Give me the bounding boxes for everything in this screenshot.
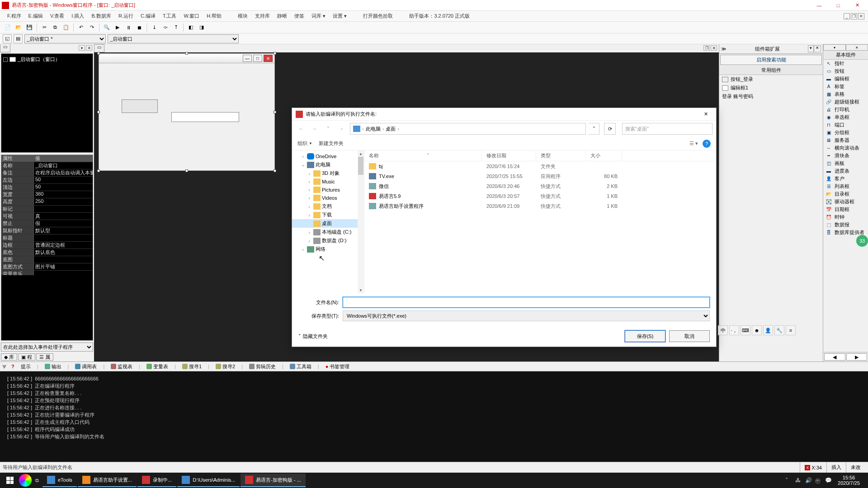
file-row[interactable]: 易语言助手设置程序2020/6/9 21:09快捷方式1 KB bbox=[364, 201, 716, 211]
tree-tab[interactable]: ▭ bbox=[0, 44, 10, 52]
lib-tab-prog[interactable]: ▣ 程 bbox=[18, 353, 35, 361]
design-editbox[interactable] bbox=[171, 112, 239, 122]
menu-support[interactable]: 支持库 bbox=[251, 13, 274, 19]
prop-row[interactable]: 顶边50 bbox=[1, 184, 93, 191]
object-combo-1[interactable]: _启动窗口 * bbox=[24, 34, 106, 43]
tree-expand-icon[interactable]: › bbox=[307, 195, 312, 201]
tree-expand-icon[interactable]: › bbox=[307, 204, 312, 209]
palette-item[interactable]: 📅日期框 bbox=[823, 206, 868, 213]
tb-find-icon[interactable]: 🔍 bbox=[102, 23, 112, 33]
cancel-button[interactable]: 取消 bbox=[669, 330, 710, 342]
folder-tree-item[interactable]: ›Music bbox=[292, 178, 364, 186]
object-combo-2[interactable]: _启动窗口 bbox=[108, 34, 239, 43]
resize-handle-nw[interactable] bbox=[97, 52, 100, 55]
combo-btn2[interactable]: ▤ bbox=[14, 34, 23, 43]
folder-tree-item[interactable]: ›文档 bbox=[292, 202, 364, 211]
palette-scroll-right[interactable]: ▶ bbox=[846, 353, 868, 361]
dialog-folder-tree[interactable]: ›OneDrive⌄此电脑›3D 对象›Music›Pictures›Video… bbox=[292, 150, 364, 293]
palette-item[interactable]: 📂目录框 bbox=[823, 190, 868, 198]
palette-item[interactable]: 🖥服务器 bbox=[823, 136, 868, 144]
folder-tree-item[interactable]: ›Pictures bbox=[292, 186, 364, 194]
enable-search-button[interactable]: 启用搜索功能 bbox=[720, 55, 822, 65]
resize-handle-e[interactable] bbox=[274, 111, 276, 113]
folder-tree-item[interactable]: ›3D 对象 bbox=[292, 169, 364, 178]
palette-min-icon[interactable]: ▾ bbox=[823, 44, 846, 51]
close-button[interactable]: ✕ bbox=[848, 1, 866, 10]
resize-handle-ne[interactable] bbox=[274, 52, 276, 55]
tree-root-item[interactable]: - _启动窗口（窗口） bbox=[3, 56, 91, 63]
folder-tree-item[interactable]: ⌄此电脑 bbox=[292, 160, 364, 169]
tb-step-icon[interactable]: ⤓ bbox=[149, 23, 159, 33]
tray-ime-icon[interactable]: ㊥ bbox=[815, 477, 821, 483]
tb-misc1-icon[interactable]: ◧ bbox=[186, 23, 196, 33]
cortana-circle-icon[interactable] bbox=[19, 474, 32, 487]
nav-dropdown-button[interactable]: ˅ bbox=[323, 123, 334, 134]
dialog-close-button[interactable]: ✕ bbox=[699, 110, 712, 119]
prop-row[interactable]: 背景音乐 bbox=[1, 271, 93, 275]
center-restore-icon[interactable]: ❐ bbox=[703, 45, 710, 51]
lib-tab-prop[interactable]: ☰ 属 bbox=[36, 353, 53, 361]
palette-item[interactable]: 🖨打印机 bbox=[823, 106, 868, 113]
resize-handle-n[interactable] bbox=[185, 52, 188, 55]
menu-program[interactable]: F.程序 bbox=[4, 13, 25, 19]
tb-cut-icon[interactable]: ✂ bbox=[39, 23, 49, 33]
folder-tree-item[interactable]: ›OneDrive bbox=[292, 152, 364, 160]
menu-insert[interactable]: I.插入 bbox=[68, 13, 88, 19]
tree-expand-icon[interactable]: › bbox=[307, 171, 312, 176]
file-row[interactable]: bj2020/7/6 15:24文件夹 bbox=[364, 161, 716, 171]
rp-close-icon[interactable]: ✕ bbox=[814, 45, 821, 52]
rp-min-icon[interactable]: ▾ bbox=[808, 45, 814, 52]
taskbar-item[interactable]: 录制中... bbox=[137, 474, 176, 487]
design-min-icon[interactable]: — bbox=[243, 55, 252, 62]
tb-copy-icon[interactable]: ⧉ bbox=[50, 23, 60, 33]
tray-net-icon[interactable]: 🖧 bbox=[795, 477, 802, 483]
palette-scroll-left[interactable]: ◀ bbox=[824, 353, 845, 361]
leftpanel-close-icon[interactable]: ✕ bbox=[86, 45, 92, 51]
ime-zh-icon[interactable]: 中 bbox=[718, 325, 728, 335]
prop-row[interactable]: 名称_启动窗口 bbox=[1, 162, 93, 169]
menu-view[interactable]: V.查看 bbox=[47, 13, 68, 19]
tb-undo-icon[interactable]: ↶ bbox=[76, 23, 86, 33]
menu-static[interactable]: 静晰 bbox=[274, 13, 291, 19]
organize-button[interactable]: 组织 ▼ bbox=[297, 140, 312, 147]
palette-item[interactable]: ☰列表框 bbox=[823, 183, 868, 190]
menu-database[interactable]: B.数据库 bbox=[88, 13, 114, 19]
palette-item[interactable]: ⬚数据报 bbox=[823, 221, 868, 229]
design-form[interactable]: — □ ✕ bbox=[99, 53, 275, 171]
palette-close-icon[interactable]: ✕ bbox=[846, 44, 868, 51]
taskbar-item[interactable]: 易语言助手设置... bbox=[78, 474, 137, 487]
tab-hint[interactable]: 提示 bbox=[19, 363, 33, 370]
taskview-icon[interactable]: ⧉ bbox=[33, 478, 42, 483]
ime-punct-icon[interactable]: ·， bbox=[729, 325, 739, 335]
col-type[interactable]: 类型 bbox=[536, 150, 586, 161]
palette-item[interactable]: ◉单选框 bbox=[823, 113, 868, 121]
prop-row[interactable]: 宽度380 bbox=[1, 191, 93, 198]
filename-input[interactable] bbox=[343, 297, 709, 307]
tb-pause-icon[interactable]: ⏸ bbox=[123, 23, 133, 33]
tree-expand-icon[interactable]: › bbox=[307, 179, 312, 184]
tree-expand-icon[interactable]: › bbox=[307, 230, 312, 235]
palette-item[interactable]: ▬进度条 bbox=[823, 167, 868, 175]
mdi-minimize-icon[interactable]: _ bbox=[844, 13, 850, 19]
menu-help[interactable]: H.帮助 bbox=[203, 13, 225, 19]
taskbar-item[interactable]: eTools bbox=[42, 474, 77, 487]
tab-cliphistory[interactable]: 剪辑历史 bbox=[247, 363, 278, 370]
nav-back-button[interactable]: ← bbox=[296, 123, 307, 134]
maximize-button[interactable]: □ bbox=[829, 1, 847, 10]
resize-handle-sw[interactable] bbox=[97, 169, 100, 172]
taskbar-item[interactable]: D:\Users\Adminis... bbox=[177, 474, 240, 487]
menu-edit[interactable]: E.编辑 bbox=[25, 13, 47, 19]
prop-row[interactable]: 高度250 bbox=[1, 198, 93, 206]
view-mode-button[interactable]: ☰ ▾ bbox=[689, 141, 698, 146]
palette-item[interactable]: ◫画板 bbox=[823, 160, 868, 167]
tb-run-icon[interactable]: ▶ bbox=[113, 23, 123, 33]
mdi-close-icon[interactable]: ✕ bbox=[858, 13, 864, 19]
tab-watch[interactable]: 监视表 bbox=[109, 363, 134, 370]
tab-search2[interactable]: 搜寻2 bbox=[214, 363, 237, 370]
tray-notif-icon[interactable]: 💬 bbox=[825, 477, 831, 483]
newfolder-button[interactable]: 新建文件夹 bbox=[319, 140, 344, 147]
tray-vol-icon[interactable]: 🔊 bbox=[805, 477, 811, 483]
prop-row[interactable]: 禁止假 bbox=[1, 220, 93, 227]
palette-item[interactable]: ▣分组框 bbox=[823, 129, 868, 136]
tree-scrollbar[interactable]: ▲▼ bbox=[358, 150, 364, 293]
